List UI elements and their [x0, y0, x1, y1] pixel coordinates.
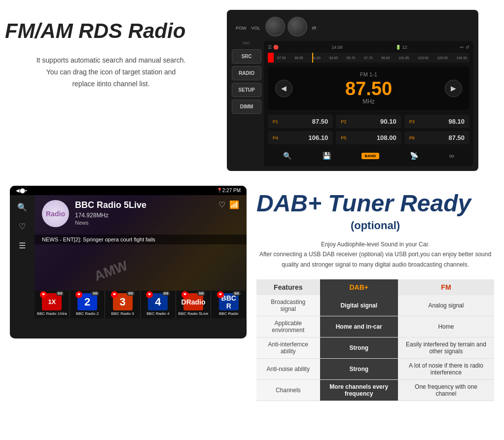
preset-p4[interactable]: P4 106.10 — [268, 131, 333, 144]
channel-5-logo: ❤ DRadio 0/0 — [183, 293, 203, 310]
score-6: 0/0 — [233, 291, 241, 296]
volume-knob[interactable] — [288, 17, 307, 36]
preset-p1[interactable]: P1 87.50 — [268, 115, 333, 128]
station-type: News — [75, 220, 146, 226]
channel-4-logo: ❤ 4 0/0 — [148, 293, 168, 310]
preset-p4-num: P4 — [273, 135, 278, 140]
ir-label: IR — [312, 26, 317, 31]
screen-battery: 🔋 12 — [396, 45, 407, 50]
heart-badge-3: ❤ — [111, 291, 118, 298]
channel-1[interactable]: ❤ 1X 0/0 BBC Radio 1Xtra — [35, 291, 70, 318]
fm-desc-line2: You can drag the icon of target station … — [46, 68, 176, 76]
loop-icon[interactable]: ∞ — [449, 152, 454, 160]
bottom-icons: 🔍 💾 BAND 📡 ∞ — [268, 149, 469, 162]
preset-p1-freq: 87.50 — [312, 118, 328, 125]
channel-5-name: BBC Radio 5Live — [177, 311, 210, 316]
row4-fm: A lot of nosie if there is radio interfe… — [398, 358, 494, 379]
channel-6-logo: ❤ BBC R 0/0 — [219, 293, 239, 310]
heart-icon[interactable]: ♡ — [19, 222, 26, 231]
fm-right-panel: POW VOL IR MIC SRC RADIO SETUP DIMM — [227, 10, 494, 171]
device-screen: ☰ 🔴 14:06 🔋 12 ↩ ↺ 87.50 89.55 91.60 — [264, 41, 473, 166]
row5-feature: Channels — [256, 379, 320, 401]
channel-5[interactable]: ❤ DRadio 0/0 BBC Radio 5Live — [176, 291, 212, 318]
fm-description: It supports automatic search and manual … — [5, 55, 217, 90]
station-name: BBC Radio 5Live — [75, 200, 146, 210]
channel-6[interactable]: ❤ BBC R 0/0 BBC Radio — [211, 291, 247, 318]
score-5: 0/0 — [197, 291, 205, 296]
comparison-table: Features DAB+ FM Broadcasting signal Dig… — [256, 279, 494, 401]
freq-99: 99.80 — [381, 56, 390, 60]
station-actions: ♡ 📶 — [218, 200, 239, 209]
preset-p4-freq: 106.10 — [309, 134, 328, 141]
fm-desc-line3: replace itinto channel list. — [72, 80, 149, 88]
th-dab: DAB+ — [320, 279, 398, 295]
app-content: 🔍 ♡ ☰ Radio BBC Ra — [10, 195, 247, 318]
fm-left-panel: FM/AM RDS Radio It supports automatic se… — [5, 10, 217, 90]
preset-p2[interactable]: P2 90.10 — [336, 115, 401, 128]
row2-feature: Applicable environment — [256, 316, 320, 337]
prev-button[interactable]: ◀ — [275, 80, 292, 97]
src-button[interactable]: SRC — [232, 49, 261, 64]
app-main: Radio BBC Radio 5Live 174.928MHz News ♡ … — [35, 195, 247, 318]
heart-badge-5: ❤ — [181, 291, 188, 298]
screen-nav-icons: ↩ ↺ — [460, 45, 469, 50]
main-frequency: 87.50 — [345, 79, 392, 98]
dimm-button[interactable]: DIMM — [232, 100, 261, 114]
mic-label: MIC — [232, 41, 261, 45]
freq-91: 91.60 — [312, 56, 321, 60]
channel-3[interactable]: ❤ 3 0/0 BBC Radio 3 — [105, 291, 141, 318]
list-icon[interactable]: ☰ — [19, 241, 26, 250]
dab-description: Enjoy Audiophile-level Sound in your Car… — [256, 239, 494, 270]
fav-icon[interactable]: ♡ — [218, 200, 225, 209]
search-icon[interactable]: 🔍 — [283, 152, 291, 160]
heart-badge-6: ❤ — [217, 291, 224, 298]
channel-4[interactable]: ❤ 4 0/0 BBC Radio 4 — [141, 291, 176, 318]
freq-needle — [312, 53, 313, 63]
band-badge[interactable]: BAND — [361, 153, 379, 159]
table-row: Anti-noise ability Strong A lot of nosie… — [256, 358, 494, 379]
fm-section: FM/AM RDS Radio It supports automatic se… — [0, 0, 504, 181]
device-body: MIC SRC RADIO SETUP DIMM ☰ 🔴 14:06 🔋 12 … — [232, 41, 473, 166]
pow-label: POW — [236, 26, 247, 31]
screen-status-row: ☰ 🔴 14:06 🔋 12 ↩ ↺ — [268, 45, 469, 50]
dab-right-panel: DAB+ Tuner Ready (optional) Enjoy Audiop… — [256, 186, 494, 401]
wifi-icon: 📍 — [216, 188, 222, 193]
power-knob[interactable] — [265, 17, 285, 36]
channel-2[interactable]: ❤ 2 0/0 BBC Radio 2 — [70, 291, 106, 318]
radio-button[interactable]: RADIO — [232, 66, 261, 80]
freq-95: 95.70 — [347, 56, 356, 60]
side-buttons: MIC SRC RADIO SETUP DIMM — [232, 41, 261, 166]
preset-p2-num: P2 — [341, 119, 346, 124]
screen-icons: ☰ 🔴 — [268, 45, 279, 50]
screen-time: 14:06 — [331, 45, 343, 50]
signal-icon[interactable]: 📡 — [410, 152, 418, 160]
preset-p2-freq: 90.10 — [380, 118, 396, 125]
station-freq: 174.928MHz — [75, 212, 146, 219]
score-2: 0/0 — [91, 291, 99, 296]
preset-p3[interactable]: P3 98.10 — [404, 115, 469, 128]
dab-left-panel: ◀ ⬤ ▪ 📍 2:27 PM 🔍 ♡ ☰ — [10, 186, 247, 338]
presets-grid: P1 87.50 P2 90.10 P3 98.10 P4 — [268, 115, 469, 144]
freq-display: FM 1-1 87.50 MHz — [345, 71, 392, 105]
freq-93: 93.65 — [329, 56, 338, 60]
home-icon: ⬤ — [20, 188, 25, 193]
dab-subtitle: (optional) — [256, 219, 494, 232]
channel-3-name: BBC Radio 3 — [106, 311, 139, 316]
save-icon[interactable]: 💾 — [323, 152, 331, 160]
preset-p6-num: P6 — [409, 135, 415, 140]
freq-indicator — [268, 53, 274, 63]
preset-p5[interactable]: P5 108.00 — [336, 131, 401, 144]
preset-p1-num: P1 — [273, 119, 278, 124]
row1-fm: Analog signal — [398, 295, 494, 316]
dab-title: DAB+ Tuner Ready — [256, 191, 494, 217]
search-icon[interactable]: 🔍 — [17, 203, 27, 212]
setup-button[interactable]: SETUP — [232, 83, 261, 97]
row3-fm: Easily interfered by terrain and other s… — [398, 337, 494, 358]
fm-desc-line1: It supports automatic search and manual … — [36, 56, 186, 64]
freq-89: 89.55 — [294, 56, 303, 60]
news-ticker: NEWS - ENT[2]: Springer opera court figh… — [35, 235, 247, 244]
heart-badge-4: ❤ — [146, 291, 153, 298]
freq-108: 108.00 — [457, 56, 467, 60]
preset-p6[interactable]: P6 87.50 — [404, 131, 469, 144]
next-button[interactable]: ▶ — [445, 80, 462, 97]
